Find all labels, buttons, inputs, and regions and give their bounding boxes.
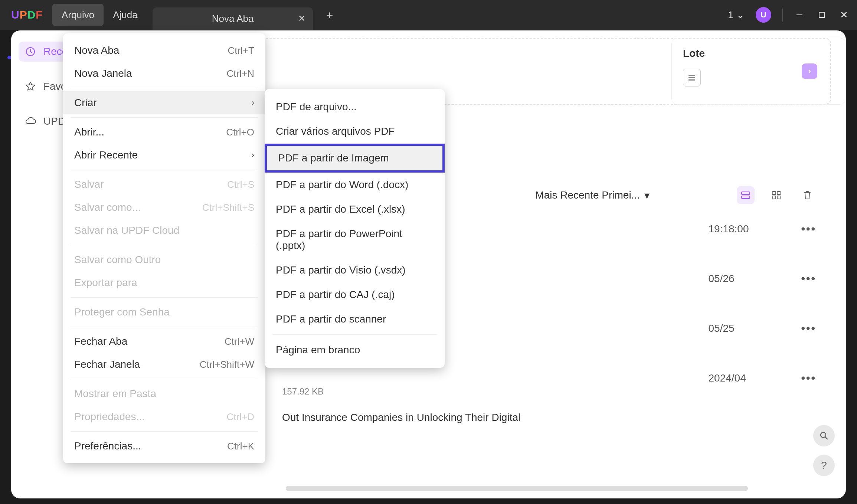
svg-rect-1 <box>819 12 824 17</box>
submenu-pdf-from-word[interactable]: PDF a partir do Word (.docx) <box>265 173 445 197</box>
menu-new-tab[interactable]: Nova Aba Ctrl+T <box>63 39 265 62</box>
menu-close-tab[interactable]: Fechar Aba Ctrl+W <box>63 330 265 353</box>
file-row[interactable]: Out Insurance Companies in Unlocking The… <box>282 412 831 423</box>
menu-close-window[interactable]: Fechar Janela Ctrl+Shift+W <box>63 353 265 376</box>
scroll-thumb[interactable] <box>286 486 748 491</box>
menu-separator <box>71 379 258 379</box>
menu-save-as: Salvar como... Ctrl+Shift+S <box>63 196 265 219</box>
menu-separator <box>71 297 258 298</box>
close-icon[interactable]: ✕ <box>298 13 305 24</box>
file-date: 2024/04 <box>708 372 801 384</box>
submenu-multi-pdf[interactable]: Criar vários arquivos PDF <box>265 119 445 144</box>
shortcut: Ctrl+T <box>228 45 255 56</box>
shortcut: Ctrl+D <box>227 411 254 423</box>
horizontal-scrollbar[interactable] <box>286 486 748 491</box>
menu-create[interactable]: Criar › <box>63 91 265 114</box>
menu-separator <box>71 431 258 432</box>
menu-label: Nova Aba <box>74 45 119 56</box>
edge-indicator-dot <box>7 56 11 59</box>
batch-title: Lote <box>683 48 834 59</box>
menu-separator <box>43 9 43 22</box>
shortcut: Ctrl+Shift+S <box>202 202 254 213</box>
menu-label: Propriedades... <box>74 411 145 423</box>
submenu-pdf-from-ppt[interactable]: PDF a partir do PowerPoint (.pptx) <box>265 222 445 258</box>
menu-preferences[interactable]: Preferências... Ctrl+K <box>63 435 265 458</box>
clock-icon <box>24 45 37 58</box>
menu-label: Fechar Aba <box>74 336 127 347</box>
menu-label: Salvar como... <box>74 202 141 213</box>
shortcut: Ctrl+W <box>225 336 254 347</box>
file-date: 19:18:00 <box>708 223 801 235</box>
submenu-pdf-from-caj[interactable]: PDF a partir do CAJ (.caj) <box>265 282 445 307</box>
list-view-button[interactable] <box>737 186 755 204</box>
menu-save-other: Salvar como Outro <box>63 248 265 271</box>
submenu-pdf-from-scanner[interactable]: PDF a partir do scanner <box>265 307 445 331</box>
delete-button[interactable] <box>798 186 816 204</box>
sort-label: Mais Recente Primei... <box>535 189 640 201</box>
window-count-value: 1 <box>728 9 733 21</box>
submenu-blank-page[interactable]: Página em branco <box>265 338 445 362</box>
minimize-button[interactable] <box>794 9 805 20</box>
close-window-button[interactable]: ✕ <box>838 9 850 20</box>
search-button[interactable] <box>813 425 835 446</box>
menu-open-recent[interactable]: Abrir Recente › <box>63 144 265 167</box>
menu-open[interactable]: Abrir... Ctrl+O <box>63 121 265 144</box>
menu-label: Salvar na UPDF Cloud <box>74 225 179 236</box>
submenu-pdf-from-file[interactable]: PDF de arquivo... <box>265 95 445 119</box>
window-sep <box>782 9 783 22</box>
menu-save-cloud: Salvar na UPDF Cloud <box>63 219 265 242</box>
menu-separator <box>71 170 258 170</box>
svg-rect-5 <box>688 79 695 81</box>
submenu-pdf-from-excel[interactable]: PDF a partir do Excel (.xlsx) <box>265 197 445 222</box>
submenu-pdf-from-visio[interactable]: PDF a partir do Visio (.vsdx) <box>265 258 445 282</box>
batch-icon <box>683 69 701 86</box>
svg-rect-3 <box>688 75 695 76</box>
chevron-right-icon: › <box>252 98 254 108</box>
help-button[interactable]: ? <box>813 455 835 476</box>
window-controls: 1 ⌄ U ✕ <box>728 7 850 23</box>
file-size: 157.92 KB <box>282 386 831 397</box>
add-tab-button[interactable]: ＋ <box>324 7 335 23</box>
menu-separator <box>71 327 258 327</box>
svg-rect-9 <box>777 192 780 194</box>
svg-rect-10 <box>773 196 776 199</box>
menu-label: Criar <box>74 97 97 109</box>
menu-properties: Propriedades... Ctrl+D <box>63 405 265 428</box>
menu-bar: Arquivo Ajuda Nova Aba ✕ ＋ <box>43 0 335 30</box>
menu-file[interactable]: Arquivo <box>52 4 104 26</box>
shortcut: Ctrl+N <box>227 68 254 79</box>
app-logo: UPDF <box>0 9 32 21</box>
menu-label: Preferências... <box>74 440 141 452</box>
menu-new-window[interactable]: Nova Janela Ctrl+N <box>63 62 265 85</box>
chevron-right-icon: › <box>252 150 254 160</box>
star-icon <box>24 80 37 93</box>
file-date: 05/26 <box>708 273 801 285</box>
submenu-separator <box>272 334 437 335</box>
menu-help[interactable]: Ajuda <box>104 4 147 26</box>
more-icon[interactable]: ••• <box>801 272 816 285</box>
menu-save: Salvar Ctrl+S <box>63 173 265 196</box>
menu-protect: Proteger com Senha <box>63 301 265 324</box>
menu-label: Abrir Recente <box>74 149 138 161</box>
maximize-button[interactable] <box>816 9 827 20</box>
chevron-down-icon: ⌄ <box>736 9 745 21</box>
window-count[interactable]: 1 ⌄ <box>728 9 745 21</box>
batch-card[interactable]: Lote <box>671 38 846 105</box>
sort-dropdown[interactable]: Mais Recente Primei... ▾ <box>535 189 650 202</box>
menu-separator <box>71 117 258 118</box>
menu-label: Salvar como Outro <box>74 254 161 266</box>
submenu-pdf-from-image[interactable]: PDF a partir de Imagem <box>265 144 445 173</box>
more-icon[interactable]: ••• <box>801 372 816 384</box>
grid-view-button[interactable] <box>768 186 785 204</box>
menu-label: Proteger com Senha <box>74 306 170 318</box>
file-menu-dropdown: Nova Aba Ctrl+T Nova Janela Ctrl+N Criar… <box>63 33 265 463</box>
more-icon[interactable]: ••• <box>801 322 816 335</box>
svg-rect-7 <box>742 196 750 199</box>
menu-label: Nova Janela <box>74 68 132 79</box>
more-icon[interactable]: ••• <box>801 223 816 235</box>
tab-new[interactable]: Nova Aba ✕ <box>153 7 313 30</box>
avatar[interactable]: U <box>756 7 771 23</box>
menu-label: Fechar Janela <box>74 359 140 370</box>
svg-rect-11 <box>777 196 780 199</box>
menu-separator <box>71 88 258 88</box>
